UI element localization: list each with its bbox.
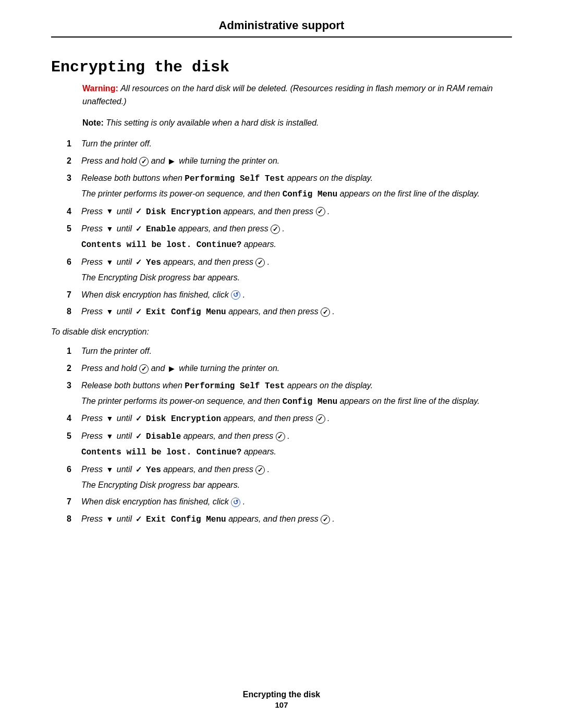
- term-yes: Yes: [146, 465, 161, 475]
- term-contents-lost: Contents will be lost. Continue?: [81, 240, 241, 250]
- step-5-sub: Contents will be lost. Continue? appears…: [81, 238, 512, 252]
- footer-title: Encrypting the disk: [0, 690, 563, 699]
- check-icon: [134, 307, 144, 317]
- warning-text: All resources on the hard disk will be d…: [82, 84, 493, 106]
- down-arrow-icon: [105, 465, 114, 475]
- term-disk-encryption: Disk Encryption: [146, 414, 221, 424]
- select-icon: [316, 414, 325, 424]
- step-8: Press until Exit Config Menu appears, an…: [67, 305, 512, 319]
- step-3-a: Release both buttons when: [81, 174, 185, 182]
- check-icon: [134, 207, 144, 216]
- check-icon: [134, 414, 144, 424]
- enable-steps: Turn the printer off. Press and hold and…: [67, 138, 512, 319]
- d-step-8: Press until Exit Config Menu appears, an…: [67, 513, 512, 526]
- step-3-b: appears on the display.: [287, 174, 373, 182]
- back-icon: [231, 498, 240, 507]
- step-2-b: and: [151, 156, 167, 165]
- step-1-text: Turn the printer off.: [81, 139, 152, 148]
- check-icon: [134, 465, 144, 475]
- note-label: Note:: [82, 118, 104, 127]
- check-icon: [134, 258, 144, 267]
- select-icon: [321, 307, 330, 317]
- term-enable: Enable: [146, 225, 176, 234]
- down-arrow-icon: [105, 515, 114, 524]
- step-6-sub: The Encrypting Disk progress bar appears…: [81, 272, 512, 285]
- select-icon: [139, 364, 149, 374]
- note-block: Note: This setting is only available whe…: [82, 117, 512, 130]
- select-icon: [255, 465, 265, 475]
- term-self-test: Performing Self Test: [185, 174, 285, 183]
- header-rule: [51, 36, 512, 38]
- disable-intro: To disable disk encryption:: [51, 327, 512, 337]
- select-icon: [139, 157, 149, 166]
- step-5: Press until Enable appears, and then pre…: [67, 223, 512, 252]
- step-2: Press and hold and while turning the pri…: [67, 155, 512, 168]
- step-6: Press until Yes appears, and then press …: [67, 256, 512, 285]
- check-icon: [134, 432, 144, 441]
- disable-steps: Turn the printer off. Press and hold and…: [67, 345, 512, 526]
- select-icon: [316, 207, 325, 216]
- term-self-test: Performing Self Test: [185, 381, 285, 391]
- select-icon: [321, 515, 330, 524]
- term-yes: Yes: [146, 258, 161, 267]
- footer-page-number: 107: [0, 700, 563, 709]
- term-exit-config: Exit Config Menu: [146, 515, 226, 524]
- page-footer: Encrypting the disk 107: [0, 690, 563, 709]
- down-arrow-icon: [105, 307, 114, 317]
- page-header-title: Administrative support: [51, 19, 512, 36]
- down-arrow-icon: [105, 414, 114, 424]
- down-arrow-icon: [105, 225, 114, 234]
- term-exit-config: Exit Config Menu: [146, 307, 226, 317]
- select-icon: [271, 225, 280, 234]
- note-text: This setting is only available when a ha…: [106, 118, 319, 127]
- term-config-menu: Config Menu: [283, 397, 338, 406]
- d-step-3: Release both buttons when Performing Sel…: [67, 379, 512, 409]
- select-icon: [255, 258, 265, 267]
- document-page: Administrative support Encrypting the di…: [0, 0, 563, 728]
- d-step-1: Turn the printer off.: [67, 345, 512, 358]
- step-4: Press until Disk Encryption appears, and…: [67, 205, 512, 219]
- step-1: Turn the printer off.: [67, 138, 512, 151]
- down-arrow-icon: [105, 207, 114, 216]
- term-disable: Disable: [146, 432, 181, 441]
- right-arrow-icon: [167, 364, 177, 374]
- step-7: When disk encryption has finished, click…: [67, 289, 512, 302]
- section-title: Encrypting the disk: [51, 58, 512, 76]
- d-step-6: Press until Yes appears, and then press …: [67, 463, 512, 492]
- step-2-c: while turning the printer on.: [179, 156, 279, 165]
- warning-block: Warning: All resources on the hard disk …: [82, 82, 512, 108]
- right-arrow-icon: [167, 157, 177, 166]
- d-step-7: When disk encryption has finished, click…: [67, 496, 512, 509]
- d-step-2: Press and hold and while turning the pri…: [67, 362, 512, 375]
- term-disk-encryption: Disk Encryption: [146, 207, 221, 217]
- back-icon: [231, 290, 240, 300]
- select-icon: [276, 432, 285, 441]
- warning-label: Warning:: [82, 84, 118, 93]
- term-contents-lost: Contents will be lost. Continue?: [81, 448, 241, 457]
- term-config-menu: Config Menu: [283, 190, 338, 199]
- down-arrow-icon: [105, 432, 114, 441]
- check-icon: [134, 225, 144, 234]
- check-icon: [134, 515, 144, 524]
- step-3-sub: The printer performs its power-on sequen…: [81, 188, 512, 201]
- step-3: Release both buttons when Performing Sel…: [67, 172, 512, 201]
- d-step-4: Press until Disk Encryption appears, and…: [67, 412, 512, 426]
- step-2-a: Press and hold: [81, 156, 139, 165]
- down-arrow-icon: [105, 258, 114, 267]
- d-step-5: Press until Disable appears, and then pr…: [67, 430, 512, 459]
